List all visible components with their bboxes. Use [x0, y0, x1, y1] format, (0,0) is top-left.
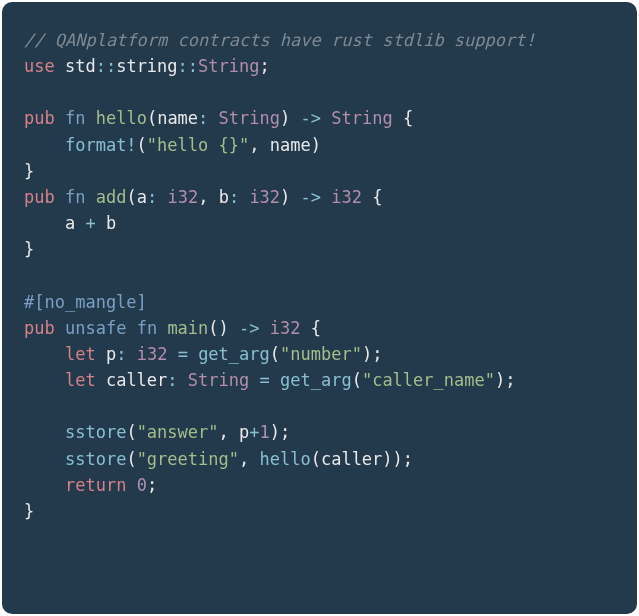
code-line: use std::string::String; — [24, 56, 270, 76]
code-line: } — [24, 239, 34, 259]
code-line: // QANplatform contracts have rust stdli… — [24, 30, 536, 50]
code-token: add — [96, 187, 127, 207]
code-block: // QANplatform contracts have rust stdli… — [2, 2, 637, 614]
code-token — [126, 344, 136, 364]
code-token: 0 — [137, 475, 147, 495]
code-token: fn — [65, 108, 85, 128]
code-token: sstore — [65, 449, 126, 469]
code-token: 1 — [260, 422, 270, 442]
code-line: pub unsafe fn main() -> i32 { — [24, 318, 321, 338]
code-token: i32 — [249, 187, 280, 207]
code-token: ) — [270, 422, 280, 442]
code-token: pub — [24, 318, 55, 338]
code-token: hello — [96, 108, 147, 128]
code-token: : — [229, 187, 239, 207]
code-token: } — [24, 501, 34, 521]
code-token: String — [198, 56, 259, 76]
code-token — [321, 108, 331, 128]
code-token: = — [260, 370, 270, 390]
code-token: a — [137, 187, 147, 207]
code-line: sstore("greeting", hello(caller)); — [24, 449, 413, 469]
code-token: b — [96, 213, 116, 233]
code-token: , — [219, 422, 229, 442]
code-token — [249, 370, 259, 390]
code-token — [229, 318, 239, 338]
code-token — [24, 344, 65, 364]
code-token — [24, 370, 65, 390]
code-token — [290, 187, 300, 207]
code-token: ; — [505, 370, 515, 390]
code-token — [393, 108, 403, 128]
code-token: { — [311, 318, 321, 338]
code-token: pub — [24, 187, 55, 207]
code-token — [178, 370, 188, 390]
code-token: } — [24, 161, 34, 181]
code-token: { — [403, 108, 413, 128]
code-token — [24, 475, 65, 495]
code-token: i32 — [270, 318, 301, 338]
code-token: "number" — [280, 344, 362, 364]
code-token: :: — [178, 56, 198, 76]
code-token: , — [198, 187, 208, 207]
code-token: i32 — [331, 187, 362, 207]
code-token: name — [259, 135, 310, 155]
code-token: "greeting" — [137, 449, 239, 469]
code-token — [24, 449, 65, 469]
code-token — [301, 318, 311, 338]
code-token — [55, 318, 65, 338]
code-token: ( — [270, 344, 280, 364]
code-line: } — [24, 161, 34, 181]
code-line: let p: i32 = get_arg("number"); — [24, 344, 382, 364]
code-token: String — [188, 370, 249, 390]
code-token: } — [24, 239, 34, 259]
code-token — [126, 318, 136, 338]
code-token: ) — [311, 135, 321, 155]
code-token: -> — [301, 187, 321, 207]
code-token: ( — [126, 422, 136, 442]
code-token: "hello {}" — [147, 135, 249, 155]
code-token: ) — [393, 449, 403, 469]
code-token: let — [65, 370, 96, 390]
code-token: -> — [301, 108, 321, 128]
code-token — [239, 187, 249, 207]
code-token: { — [372, 187, 382, 207]
code-token: ) — [495, 370, 505, 390]
code-token: unsafe — [65, 318, 126, 338]
code-token: : — [116, 344, 126, 364]
code-token: format! — [65, 135, 137, 155]
code-token — [362, 187, 372, 207]
code-token: string — [116, 56, 177, 76]
code-token: p — [229, 422, 249, 442]
code-token: fn — [137, 318, 157, 338]
code-token — [270, 370, 280, 390]
code-token: + — [85, 213, 95, 233]
code-token — [85, 108, 95, 128]
code-line: #[no_mangle] — [24, 292, 147, 312]
code-token: // QANplatform contracts have rust stdli… — [24, 30, 536, 50]
code-token — [55, 187, 65, 207]
code-line: pub fn add(a: i32, b: i32) -> i32 { — [24, 187, 383, 207]
code-token — [85, 187, 95, 207]
code-token: : — [167, 370, 177, 390]
code-token: return — [65, 475, 126, 495]
code-content: // QANplatform contracts have rust stdli… — [24, 30, 536, 521]
code-token: ( — [126, 449, 136, 469]
code-token: : — [147, 187, 157, 207]
code-token — [55, 108, 65, 128]
code-token: main — [167, 318, 208, 338]
code-token: String — [219, 108, 280, 128]
code-token — [167, 344, 177, 364]
code-token: ) — [382, 449, 392, 469]
code-token: ) — [362, 344, 372, 364]
code-token: i32 — [137, 344, 168, 364]
code-token — [157, 187, 167, 207]
code-token: p — [96, 344, 116, 364]
code-token: "caller_name" — [362, 370, 495, 390]
code-token: : — [198, 108, 208, 128]
code-token: caller — [321, 449, 382, 469]
code-token — [157, 318, 167, 338]
code-token: ) — [280, 108, 290, 128]
code-token: + — [249, 422, 259, 442]
code-token: get_arg — [280, 370, 352, 390]
code-token — [249, 449, 259, 469]
